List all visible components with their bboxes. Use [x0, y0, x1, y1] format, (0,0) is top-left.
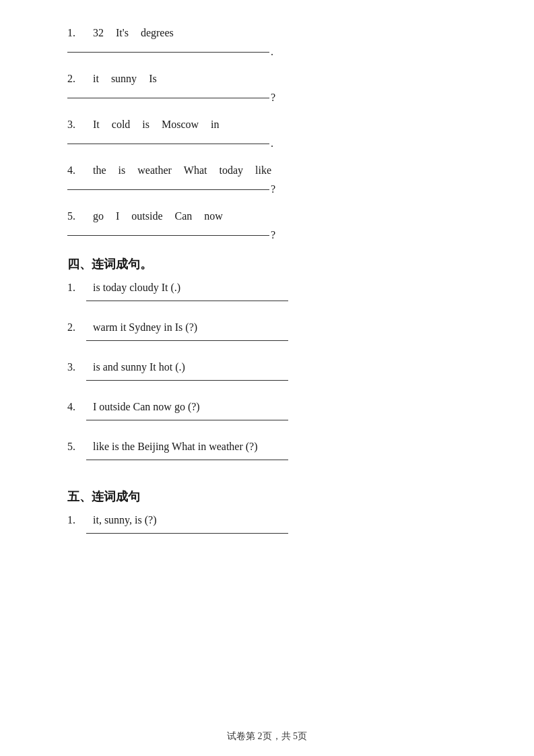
- q4-answer-line: [67, 189, 269, 190]
- q1-word3: degrees: [141, 27, 174, 39]
- q3-word4: Moscow: [162, 119, 199, 131]
- part4-section: 四、连词成句。 1. is today cloudy It (.) 2. war…: [67, 256, 467, 476]
- q4-word4: What: [184, 164, 207, 177]
- q2-num: 2.: [67, 73, 81, 85]
- q2-word3: Is: [149, 73, 157, 85]
- q3-word2: cold: [112, 119, 131, 131]
- part4-q4: 4. I outside Can now go (?): [67, 401, 467, 437]
- lian-q1-text: is today cloudy It (.): [93, 282, 180, 294]
- part3-q4: 4. the is weather What today like ?: [67, 164, 467, 195]
- q5-word1: go: [93, 210, 104, 222]
- lian-q1-line: [86, 301, 288, 301]
- lian-q5-text: like is the Beijing What in weather (?): [93, 441, 258, 453]
- q4-word2: is: [119, 164, 126, 177]
- q2-word1: it: [93, 73, 99, 85]
- q1-word1: 32: [93, 27, 104, 39]
- part5-q1-line: [86, 533, 288, 534]
- q1-answer-line: [67, 52, 269, 53]
- part4-header: 四、连词成句。: [67, 256, 467, 272]
- lian-q2-line: [86, 340, 288, 341]
- lian-q5-num: 5.: [67, 441, 81, 453]
- q5-word2: I: [116, 210, 119, 222]
- lian-q4-text: I outside Can now go (?): [93, 401, 200, 413]
- page-footer: 试卷第 2页，共 5页: [0, 730, 534, 743]
- lian-q3-text: is and sunny It hot (.): [93, 361, 185, 373]
- q5-answer-line: [67, 235, 269, 236]
- lian-q3-line: [86, 380, 288, 381]
- q2-word2: sunny: [111, 73, 137, 85]
- part4-q1: 1. is today cloudy It (.): [67, 282, 467, 317]
- lian-q1-num: 1.: [67, 282, 81, 294]
- q4-num: 4.: [67, 164, 81, 177]
- q3-num: 3.: [67, 119, 81, 131]
- part5-section: 五、连词成句 1. it, sunny, is (?): [67, 489, 467, 550]
- lian-q2-text: warm it Sydney in Is (?): [93, 321, 197, 334]
- q5-num: 5.: [67, 210, 81, 222]
- q3-punct: .: [271, 137, 273, 150]
- part5-q1-text: it, sunny, is (?): [93, 514, 157, 526]
- part3-section: 1. 32 It's degrees . 2. it sunny Is ? 3.…: [67, 27, 467, 241]
- q5-word4: Can: [175, 210, 193, 222]
- q4-word1: the: [93, 164, 106, 177]
- q1-punct: .: [271, 46, 273, 58]
- part5-header: 五、连词成句: [67, 489, 467, 505]
- q3-word1: It: [93, 119, 100, 131]
- q3-word5: in: [211, 119, 219, 131]
- part4-q2: 2. warm it Sydney in Is (?): [67, 321, 467, 357]
- lian-q2-num: 2.: [67, 321, 81, 334]
- q3-word3: is: [142, 119, 149, 131]
- lian-q5-line: [86, 460, 288, 460]
- lian-q3-num: 3.: [67, 361, 81, 373]
- footer-text: 试卷第 2页，共 5页: [227, 731, 307, 741]
- part3-q2: 2. it sunny Is ?: [67, 73, 467, 104]
- part3-q1: 1. 32 It's degrees .: [67, 27, 467, 58]
- q5-word5: now: [204, 210, 223, 222]
- q1-word2: It's: [116, 27, 129, 39]
- part3-q5: 5. go I outside Can now ?: [67, 210, 467, 241]
- q4-word5: today: [220, 164, 244, 177]
- part5-q1-num: 1.: [67, 514, 81, 526]
- part4-q3: 3. is and sunny It hot (.): [67, 361, 467, 397]
- q5-punct: ?: [271, 229, 275, 241]
- q4-word3: weather: [137, 164, 172, 177]
- q4-word6: like: [255, 164, 271, 177]
- lian-q4-num: 4.: [67, 401, 81, 413]
- q2-answer-line: [67, 98, 269, 98]
- q1-num: 1.: [67, 27, 81, 39]
- part4-q5: 5. like is the Beijing What in weather (…: [67, 441, 467, 476]
- q3-answer-line: [67, 144, 269, 144]
- lian-q4-line: [86, 420, 288, 420]
- q2-punct: ?: [271, 92, 275, 104]
- q5-word3: outside: [131, 210, 162, 222]
- part3-q3: 3. It cold is Moscow in .: [67, 119, 467, 150]
- q4-punct: ?: [271, 183, 275, 195]
- part5-q1: 1. it, sunny, is (?): [67, 514, 467, 550]
